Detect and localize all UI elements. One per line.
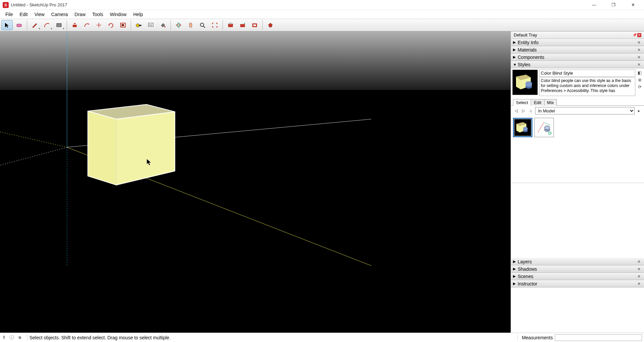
panel-label: Materials: [518, 47, 537, 53]
paintbucket-tool[interactable]: [157, 20, 169, 30]
style-thumb-2[interactable]: +: [534, 118, 554, 137]
svg-point-13: [200, 23, 204, 26]
svg-rect-40: [523, 127, 528, 131]
svg-rect-18: [253, 24, 256, 26]
svg-rect-34: [525, 81, 532, 87]
zoom-extents-tool[interactable]: [209, 20, 220, 30]
titlebar: S Untitled - SketchUp Pro 2017 ― ❐ ✕: [0, 0, 644, 10]
menu-draw[interactable]: Draw: [71, 11, 89, 18]
nav-back-icon[interactable]: ◁: [513, 108, 519, 114]
svg-rect-0: [17, 24, 21, 27]
panel-close-icon[interactable]: ✕: [636, 55, 642, 60]
offset-tool[interactable]: [81, 20, 92, 30]
toolbar-separator: [131, 20, 131, 30]
extension-warehouse-tool[interactable]: [249, 20, 260, 30]
close-button[interactable]: ✕: [628, 2, 638, 8]
panel-scenes[interactable]: ▶Scenes✕: [511, 273, 644, 280]
move-tool[interactable]: [93, 20, 105, 30]
panel-label: Layers: [518, 259, 532, 264]
nav-details-icon[interactable]: ▸: [636, 108, 642, 114]
svg-text:+: +: [549, 132, 551, 135]
minimize-button[interactable]: ―: [589, 2, 599, 8]
text-tool[interactable]: A1: [145, 20, 156, 30]
zoom-tool[interactable]: [197, 20, 208, 30]
svg-marker-27: [116, 112, 175, 185]
panel-close-icon[interactable]: ✕: [636, 267, 642, 271]
svg-rect-7: [139, 25, 141, 26]
tapemeasure-tool[interactable]: [133, 20, 144, 30]
panel-entity-info[interactable]: ▶Entity Info✕: [511, 39, 644, 46]
tray-close-icon[interactable]: ✕: [637, 33, 641, 37]
svg-point-11: [176, 24, 181, 26]
eraser-tool[interactable]: [13, 20, 25, 30]
menu-tools[interactable]: Tools: [89, 11, 107, 18]
nav-home-icon[interactable]: ⌂: [528, 108, 534, 114]
measurements-input[interactable]: [555, 334, 642, 341]
panel-materials[interactable]: ▶Materials✕: [511, 46, 644, 54]
orbit-tool[interactable]: [173, 20, 184, 30]
panel-close-icon[interactable]: ✕: [636, 40, 642, 45]
geo-icon[interactable]: ⬆: [2, 335, 6, 341]
styles-tab-mix[interactable]: Mix: [544, 99, 557, 106]
style-display-icon[interactable]: ◧: [638, 70, 642, 75]
scale-tool[interactable]: [117, 20, 129, 30]
ruby-console-tool[interactable]: [265, 20, 276, 30]
pushpull-tool[interactable]: [69, 20, 80, 30]
menu-file[interactable]: File: [2, 11, 16, 18]
menu-edit[interactable]: Edit: [16, 11, 31, 18]
panel-label: Styles: [518, 62, 530, 67]
rotate-tool[interactable]: [105, 20, 117, 30]
styles-nav: ◁ ▷ ⌂ In Model ▸: [511, 106, 644, 116]
rectangle-tool[interactable]: [53, 20, 65, 30]
svg-rect-2: [73, 25, 77, 27]
panel-instructor[interactable]: ▶Instructor✕: [511, 280, 644, 287]
user-icon[interactable]: ☻: [17, 335, 22, 341]
tray-pin-icon[interactable]: 📌: [633, 33, 637, 37]
panel-close-icon[interactable]: ✕: [636, 274, 642, 279]
warehouse-share-tool[interactable]: [237, 20, 248, 30]
status-separator: [27, 335, 27, 341]
pencil-tool[interactable]: [29, 20, 41, 30]
panel-label: Instructor: [518, 281, 537, 286]
measurements-label: Measurements: [520, 335, 555, 340]
menu-camera[interactable]: Camera: [48, 11, 71, 18]
toolbar: A1: [0, 19, 644, 31]
panel-components[interactable]: ▶Components✕: [511, 54, 644, 61]
arc-tool[interactable]: [41, 20, 53, 30]
panel-close-icon[interactable]: ✕: [636, 259, 642, 264]
panel-close-icon[interactable]: ✕: [636, 48, 642, 52]
styles-location-select[interactable]: In Model: [535, 107, 635, 114]
info-icon[interactable]: ⓘ: [9, 335, 14, 341]
style-preview-thumb[interactable]: [512, 70, 538, 95]
warehouse-tool[interactable]: [225, 20, 236, 30]
menu-view[interactable]: View: [31, 11, 48, 18]
styles-thumbnails: +: [511, 116, 644, 183]
panel-shadows[interactable]: ▶Shadows✕: [511, 265, 644, 273]
menu-window[interactable]: Window: [107, 11, 130, 18]
status-separator: [517, 335, 518, 341]
svg-marker-26: [88, 111, 116, 185]
style-new-icon[interactable]: ⊕: [638, 77, 642, 82]
pan-tool[interactable]: [185, 20, 196, 30]
styles-tab-edit[interactable]: Edit: [531, 99, 544, 106]
panel-close-icon[interactable]: ✕: [636, 62, 642, 67]
app-icon: S: [3, 2, 9, 8]
panel-close-icon[interactable]: ✕: [636, 281, 642, 286]
maximize-button[interactable]: ❐: [608, 2, 619, 8]
menu-help[interactable]: Help: [130, 11, 146, 18]
tray-titlebar[interactable]: Default Tray 📌 ✕: [511, 31, 644, 39]
style-name-input[interactable]: Color Blind Style: [539, 70, 635, 77]
default-tray: Default Tray 📌 ✕ ▶Entity Info✕ ▶Material…: [511, 31, 644, 333]
nav-forward-icon[interactable]: ▷: [520, 108, 526, 114]
style-update-icon[interactable]: ⟳: [638, 84, 642, 89]
style-thumb-1[interactable]: [513, 118, 532, 137]
panel-styles[interactable]: ▼Styles✕: [511, 61, 644, 68]
panel-label: Components: [518, 55, 544, 60]
styles-tab-select[interactable]: Select: [513, 99, 531, 106]
menubar: File Edit View Camera Draw Tools Window …: [0, 10, 644, 19]
style-description[interactable]: Color blind people can use this style as…: [539, 77, 635, 96]
viewport[interactable]: [0, 31, 511, 333]
svg-rect-45: [544, 126, 550, 130]
panel-layers[interactable]: ▶Layers✕: [511, 258, 644, 265]
select-tool[interactable]: [1, 20, 13, 30]
